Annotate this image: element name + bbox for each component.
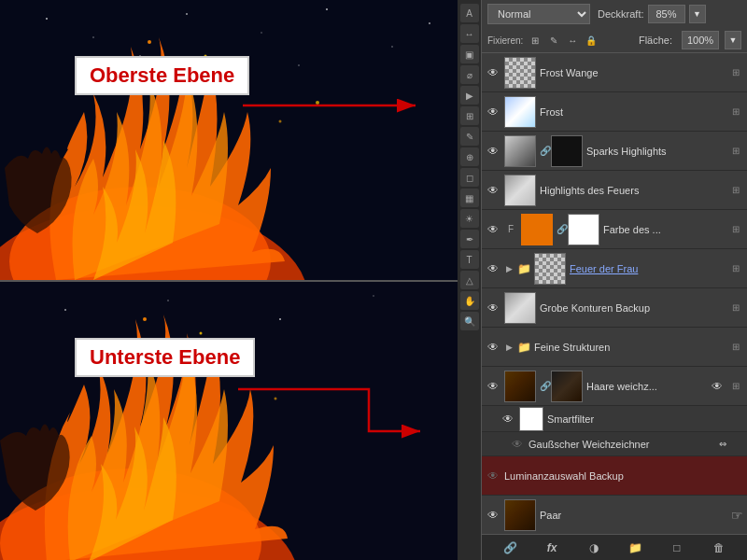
layer-thumb-farbe-img — [523, 216, 551, 244]
layer-frost-wange[interactable]: 👁 Frost Wange ⊞ — [482, 53, 747, 92]
fix-icon-brush[interactable]: ✎ — [547, 34, 560, 47]
layer-grobe-konturen[interactable]: 👁 Grobe Konturen Backup ⊞ — [482, 288, 747, 328]
layer-frost[interactable]: 👁 Frost ⊞ — [482, 92, 747, 132]
svg-point-25 — [373, 295, 374, 297]
layer-mask-sparks — [551, 135, 583, 167]
layer-eye-farbe[interactable]: 👁 — [486, 222, 500, 237]
link-icon[interactable]: 🔗 — [500, 539, 519, 557]
layer-eye-luminanz[interactable]: 👁 — [486, 469, 500, 483]
layer-options-sparks[interactable]: ⊞ — [728, 146, 743, 156]
layer-eye-feine[interactable]: 👁 — [486, 340, 500, 355]
opacity-arrow-btn[interactable]: ▼ — [689, 5, 706, 23]
layer-name-highlights: Highlights des Feuers — [540, 185, 725, 196]
layer-eye-sparks[interactable]: 👁 — [486, 144, 500, 159]
svg-point-23 — [167, 300, 169, 301]
blend-opacity-row: Normal Deckkraft: ▼ — [482, 0, 747, 28]
layer-options-frost-wange[interactable]: ⊞ — [728, 67, 743, 77]
tool-lasso[interactable]: ⌀ — [460, 65, 479, 84]
layer-folder-feine: 📁 — [517, 341, 530, 354]
tool-gradient[interactable]: ▦ — [460, 189, 479, 207]
layer-eye-gauss[interactable]: 👁 — [510, 437, 525, 452]
tool-hand[interactable]: ✋ — [460, 291, 479, 310]
tool-shape[interactable]: △ — [460, 271, 479, 289]
svg-point-2 — [92, 36, 94, 38]
adjustment-icon[interactable]: ◑ — [585, 539, 603, 557]
layer-smartfilter[interactable]: 👁 Smartfilter — [482, 406, 747, 432]
fix-icon-lock[interactable]: ⊞ — [529, 34, 542, 47]
oberste-ebene-label: Oberste Ebene — [75, 56, 249, 95]
tool-eraser[interactable]: ◻ — [460, 168, 479, 187]
layer-sparks-highlights[interactable]: 👁 🔗 Sparks Highlights ⊞ — [482, 132, 747, 171]
blend-mode-select[interactable]: Normal — [487, 4, 590, 24]
tool-dodge[interactable]: ☀ — [460, 209, 479, 228]
layer-name-paar: Paar — [540, 510, 727, 521]
layer-eye-smart[interactable]: 👁 — [500, 412, 515, 427]
layer-eye-frost[interactable]: 👁 — [486, 105, 500, 119]
layer-thumb-frost — [504, 96, 536, 128]
layer-eye-haare[interactable]: 👁 — [486, 379, 500, 394]
tool-zoom[interactable]: 🔍 — [460, 312, 479, 330]
layer-eye-grobe[interactable]: 👁 — [486, 301, 500, 315]
fill-arrow-btn[interactable]: ▼ — [725, 31, 741, 49]
fix-icon-move[interactable]: ↔ — [566, 34, 579, 47]
layer-name-haare: Haare weichz... — [586, 381, 706, 392]
tool-pen[interactable]: ✒ — [460, 230, 479, 248]
unterste-arrow — [238, 375, 434, 450]
fire-image-bottom: Unterste Ebene — [0, 280, 458, 560]
layer-thumb-sparks-img — [505, 136, 535, 166]
tool-select[interactable]: ▣ — [460, 45, 479, 63]
layer-feuer-frau[interactable]: 👁 ▶ 📁 Feuer der Frau ⊞ — [482, 249, 747, 288]
tool-paint[interactable]: ✎ — [460, 127, 479, 146]
tool-crop[interactable]: ⊞ — [460, 106, 479, 125]
fill-input[interactable] — [682, 31, 719, 49]
fix-icon-all[interactable]: 🔒 — [585, 34, 598, 47]
layer-expand-feine[interactable]: ▶ — [504, 343, 514, 352]
svg-point-30 — [143, 317, 147, 321]
layer-feine-strukturen[interactable]: 👁 ▶ 📁 Feine Strukturen ⊞ — [482, 328, 747, 367]
layer-options-feine[interactable]: ⊞ — [728, 342, 743, 352]
layer-mask-farbe — [568, 214, 599, 245]
tool-stamp[interactable]: ⊕ — [460, 147, 479, 166]
layers-list[interactable]: 👁 Frost Wange ⊞ 👁 Frost ⊞ 👁 — [482, 53, 747, 534]
layer-eye-frost-wange[interactable]: 👁 — [486, 65, 500, 80]
tool-play[interactable]: ▶ — [460, 86, 479, 105]
layer-options-feuer[interactable]: ⊞ — [728, 263, 743, 273]
layer-options-grobe[interactable]: ⊞ — [728, 302, 743, 313]
layer-luminanz[interactable]: 👁 Luminanzauswahl Backup — [482, 456, 747, 496]
layer-options-farbe[interactable]: ⊞ — [728, 224, 743, 234]
fill-label: Fläche: — [639, 35, 672, 46]
layers-panel: Normal Deckkraft: ▼ Fixieren: ⊞ ✎ ↔ 🔒 Fl… — [482, 0, 747, 560]
layer-thumb-frost-img — [505, 97, 535, 127]
new-layer-icon[interactable]: □ — [668, 539, 686, 557]
layer-haare-weichz[interactable]: 👁 🔗 Haare weichz... 👁 ⊞ — [482, 367, 747, 406]
tool-text[interactable]: T — [460, 250, 479, 269]
unterste-ebene-text: Unterste Ebene — [90, 345, 240, 369]
folder-icon[interactable]: 📁 — [626, 539, 644, 557]
layer-eye-paar[interactable]: 👁 — [486, 508, 500, 523]
tool-move[interactable]: ↔ — [460, 24, 479, 43]
layer-thumb-highlights — [504, 175, 536, 206]
layer-mask-farbe-img — [569, 215, 599, 245]
opacity-input[interactable] — [648, 5, 685, 23]
layer-highlights-feuers[interactable]: 👁 Highlights des Feuers ⊞ — [482, 171, 747, 210]
layer-options-haare[interactable]: ⊞ — [728, 381, 743, 391]
layer-gausscher[interactable]: 👁 Gaußscher Weichzeichner ⇔ — [482, 432, 747, 456]
layer-farbe-des[interactable]: 👁 F 🔗 Farbe des ... ⊞ — [482, 210, 747, 249]
fx-icon[interactable]: fx — [543, 539, 561, 557]
layers-panel-wrapper: A ↔ ▣ ⌀ ▶ ⊞ ✎ ⊕ ◻ ▦ ☀ ✒ T △ ✋ 🔍 Normal D… — [458, 0, 747, 560]
layer-expand-feuer[interactable]: ▶ — [504, 264, 514, 273]
svg-point-7 — [429, 22, 430, 24]
layer-name-frost: Frost — [540, 106, 725, 118]
layer-paar[interactable]: 👁 Paar ☞ — [482, 496, 747, 534]
layer-options-frost[interactable]: ⊞ — [728, 106, 743, 117]
layer-eye-highlights[interactable]: 👁 — [486, 183, 500, 198]
trash-icon[interactable]: 🗑 — [710, 539, 728, 557]
layer-eye-feuer[interactable]: 👁 — [486, 261, 500, 276]
svg-point-22 — [64, 309, 66, 311]
layer-name-sparks: Sparks Highlights — [586, 146, 725, 157]
layer-thumb-paar-img — [505, 500, 535, 530]
layer-eye-haare-right[interactable]: 👁 — [710, 379, 725, 394]
layer-options-highlights[interactable]: ⊞ — [728, 185, 743, 195]
svg-point-9 — [298, 64, 300, 66]
tool-arrow[interactable]: A — [460, 4, 479, 22]
